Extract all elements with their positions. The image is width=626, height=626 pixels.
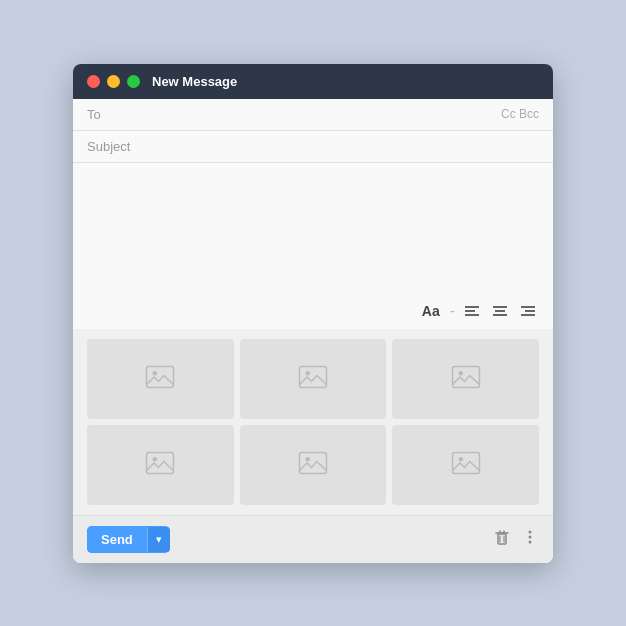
minimize-button[interactable]	[107, 75, 120, 88]
right-align-button[interactable]	[517, 302, 539, 320]
svg-rect-13	[452, 366, 479, 387]
svg-rect-11	[299, 366, 326, 387]
svg-point-29	[529, 541, 532, 544]
svg-rect-8	[521, 314, 535, 316]
image-cell-4[interactable]	[87, 425, 234, 505]
subject-row: Subject	[73, 131, 553, 163]
svg-rect-15	[147, 452, 174, 473]
maximize-button[interactable]	[127, 75, 140, 88]
send-dropdown-button[interactable]: ▾	[147, 527, 170, 552]
svg-point-28	[529, 536, 532, 539]
svg-rect-5	[493, 314, 507, 316]
svg-rect-1	[465, 310, 475, 312]
svg-rect-3	[493, 306, 507, 308]
svg-rect-6	[521, 306, 535, 308]
compose-window: New Message To Cc Bcc Subject Aa -	[73, 64, 553, 563]
to-row: To Cc Bcc	[73, 99, 553, 131]
subject-input[interactable]	[142, 139, 539, 154]
send-dropdown-arrow: ▾	[156, 533, 162, 546]
traffic-lights	[87, 75, 140, 88]
image-cell-2[interactable]	[240, 339, 387, 419]
body-input[interactable]	[87, 173, 539, 283]
image-placeholder-icon-5	[298, 448, 328, 482]
to-label: To	[87, 107, 142, 122]
delete-icon[interactable]	[493, 528, 511, 550]
svg-point-10	[153, 371, 158, 376]
image-placeholder-icon-6	[451, 448, 481, 482]
svg-rect-0	[465, 306, 479, 308]
image-placeholder-icon-1	[145, 362, 175, 396]
window-content: To Cc Bcc Subject Aa -	[73, 99, 553, 563]
to-input[interactable]	[142, 107, 501, 122]
subject-label: Subject	[87, 139, 142, 154]
left-align-button[interactable]	[461, 302, 483, 320]
font-size-button[interactable]: Aa	[418, 301, 444, 321]
svg-rect-2	[465, 314, 479, 316]
image-placeholder-icon-4	[145, 448, 175, 482]
titlebar: New Message	[73, 64, 553, 99]
formatting-toolbar: Aa -	[73, 297, 553, 329]
image-cell-1[interactable]	[87, 339, 234, 419]
svg-rect-19	[452, 452, 479, 473]
close-button[interactable]	[87, 75, 100, 88]
svg-point-16	[153, 457, 158, 462]
svg-rect-21	[498, 534, 506, 544]
svg-rect-7	[525, 310, 535, 312]
more-options-icon[interactable]	[521, 528, 539, 550]
svg-point-20	[458, 457, 463, 462]
window-title: New Message	[152, 74, 237, 89]
footer: Send ▾	[73, 515, 553, 563]
center-align-button[interactable]	[489, 302, 511, 320]
svg-rect-9	[147, 366, 174, 387]
image-grid	[73, 329, 553, 515]
cc-bcc-button[interactable]: Cc Bcc	[501, 107, 539, 121]
send-button-group: Send ▾	[87, 526, 170, 553]
svg-point-12	[305, 371, 310, 376]
svg-point-27	[529, 531, 532, 534]
svg-point-14	[458, 371, 463, 376]
format-separator: -	[450, 302, 455, 320]
send-button[interactable]: Send	[87, 526, 147, 553]
image-placeholder-icon-3	[451, 362, 481, 396]
image-cell-5[interactable]	[240, 425, 387, 505]
svg-rect-17	[299, 452, 326, 473]
footer-icons	[493, 528, 539, 550]
body-area	[73, 163, 553, 297]
image-cell-6[interactable]	[392, 425, 539, 505]
image-cell-3[interactable]	[392, 339, 539, 419]
svg-point-18	[305, 457, 310, 462]
image-placeholder-icon-2	[298, 362, 328, 396]
svg-rect-4	[495, 310, 505, 312]
